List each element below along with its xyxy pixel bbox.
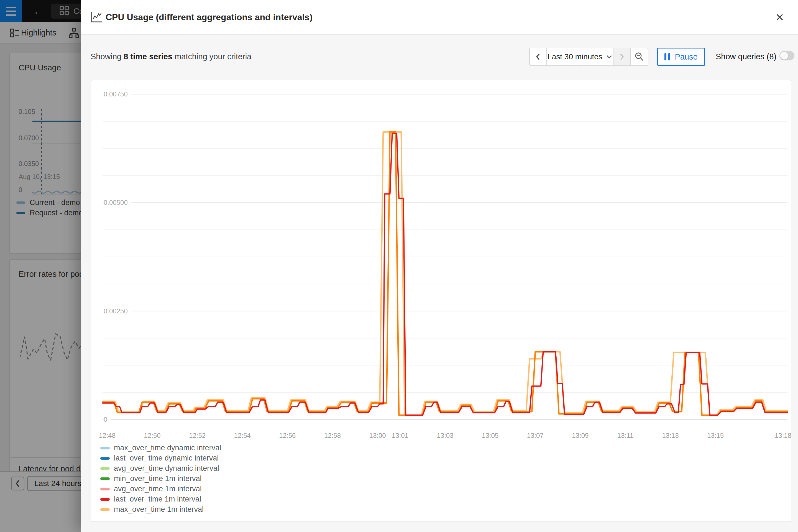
time-forward-button[interactable]	[613, 48, 631, 65]
y-tick-label: 0.00750	[103, 89, 131, 99]
x-tick-label: 13:15	[702, 432, 729, 439]
legend-label: avg_over_time 1m interval	[114, 484, 202, 493]
series-count-summary: Showing 8 time series matching your crit…	[91, 52, 251, 61]
legend-item[interactable]: max_over_time 1m interval	[100, 504, 221, 515]
legend-label: avg_over_time dynamic interval	[114, 464, 219, 473]
legend-label: max_over_time 1m interval	[114, 505, 204, 514]
time-back-button[interactable]	[530, 48, 547, 65]
x-tick-label: 13:01	[386, 432, 414, 439]
legend-item[interactable]: avg_over_time dynamic interval	[100, 463, 221, 474]
chart-legend: max_over_time dynamic intervallast_over_…	[100, 443, 221, 515]
legend-swatch	[100, 477, 110, 480]
screen: ← Co Highlights	[0, 0, 798, 532]
chart-detail-modal: CPU Usage (different aggregations and in…	[81, 0, 798, 532]
legend-swatch	[100, 508, 110, 511]
line-chart-icon	[91, 11, 102, 24]
legend-swatch	[100, 498, 110, 501]
pause-icon	[664, 53, 670, 60]
legend-label: last_over_time 1m interval	[114, 495, 201, 504]
x-tick-label: 12:56	[273, 432, 301, 439]
legend-label: max_over_time dynamic interval	[114, 443, 221, 452]
x-tick-label: 12:58	[319, 432, 346, 439]
zoom-out-button[interactable]	[631, 48, 648, 65]
x-tick-label: 13:18	[769, 432, 797, 439]
y-tick-label: 0	[103, 415, 111, 424]
modal-header: CPU Usage (different aggregations and in…	[81, 0, 798, 35]
toggle-knob	[780, 52, 788, 60]
main-chart-panel: 0.007500.005000.002500 12:4812:5012:5212…	[91, 80, 791, 522]
legend-item[interactable]: min_over_time 1m interval	[100, 474, 221, 484]
x-tick-label: 13:07	[521, 432, 549, 439]
x-tick-label: 12:50	[138, 432, 166, 439]
legend-item[interactable]: max_over_time dynamic interval	[100, 443, 221, 453]
magnifier-minus-icon	[634, 51, 645, 62]
legend-swatch	[100, 446, 110, 450]
show-queries-label: Show queries (8)	[716, 52, 776, 61]
y-tick-label: 0.00500	[103, 197, 131, 208]
legend-label: last_over_time dynamic interval	[114, 454, 218, 462]
chevron-down-icon	[606, 55, 612, 59]
legend-label: min_over_time 1m interval	[114, 474, 202, 483]
legend-swatch	[100, 488, 110, 491]
x-tick-label: 13:03	[432, 432, 459, 439]
x-tick-label: 13:05	[476, 432, 504, 439]
legend-item[interactable]: avg_over_time 1m interval	[100, 484, 221, 494]
time-range-dropdown[interactable]: Last 30 minutes	[547, 48, 613, 65]
x-tick-label: 12:54	[229, 432, 256, 439]
y-tick-label: 0.00250	[103, 306, 131, 316]
x-tick-label: 13:13	[657, 432, 684, 439]
x-tick-label: 13:11	[611, 432, 639, 439]
x-tick-label: 12:48	[93, 432, 121, 439]
legend-item[interactable]: last_over_time 1m interval	[100, 494, 221, 504]
show-queries-toggle[interactable]	[779, 51, 794, 60]
x-tick-label: 13:09	[566, 432, 594, 439]
modal-title: CPU Usage (different aggregations and in…	[106, 12, 312, 22]
close-icon[interactable]	[774, 11, 786, 23]
legend-item[interactable]: last_over_time dynamic interval	[100, 453, 221, 463]
pause-button[interactable]: Pause	[657, 48, 705, 66]
legend-swatch	[100, 457, 110, 460]
legend-swatch	[100, 467, 110, 470]
x-tick-label: 12:52	[184, 432, 211, 439]
time-range-control-group: Last 30 minutes	[529, 48, 648, 66]
